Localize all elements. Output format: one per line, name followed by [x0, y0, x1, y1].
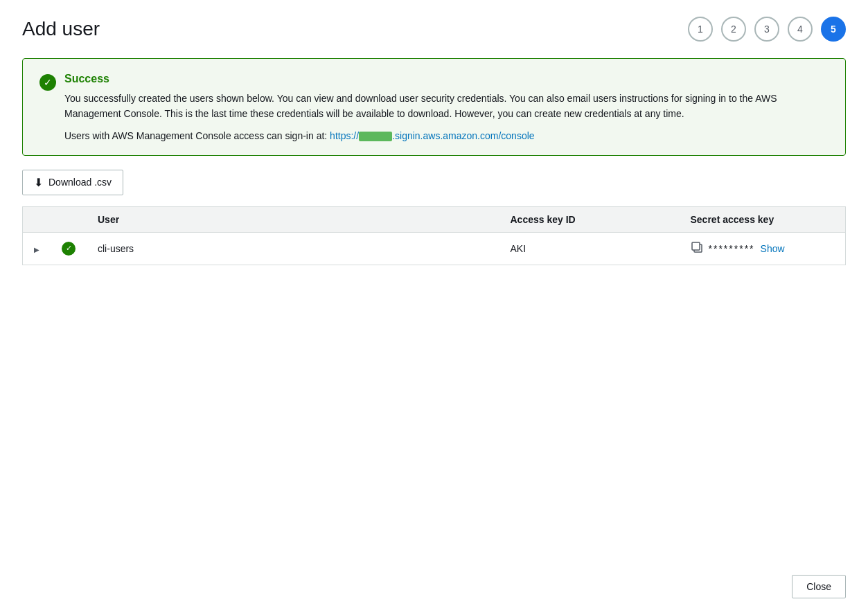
- header: Add user 1 2 3 4 5: [22, 17, 846, 42]
- col-header-secret-key: Secret access key: [680, 206, 846, 232]
- row-user-cell: cli-users: [87, 232, 499, 265]
- table-row: ▶ ✓ cli-users AKI: [23, 232, 846, 265]
- download-icon: ⬇: [34, 176, 43, 189]
- footer: Close: [792, 575, 846, 598]
- masked-account-id: [359, 132, 392, 141]
- success-body-text: You successfully created the users shown…: [64, 91, 829, 122]
- svg-rect-1: [692, 242, 700, 250]
- secret-key-wrapper: ********* Show: [691, 241, 835, 256]
- success-title: Success: [64, 73, 829, 85]
- row-access-key-id: AKI: [511, 243, 526, 254]
- col-header-toggle: [23, 206, 51, 232]
- col-header-status: [51, 206, 87, 232]
- col-header-access-key: Access key ID: [499, 206, 680, 232]
- page-title: Add user: [22, 18, 100, 40]
- table-header-row: User Access key ID Secret access key: [23, 206, 846, 232]
- row-secret-key-cell: ********* Show: [680, 232, 846, 265]
- row-status-cell: ✓: [51, 232, 87, 265]
- row-access-key-cell: AKI: [499, 232, 680, 265]
- signin-prefix: Users with AWS Management Console access…: [64, 130, 330, 141]
- step-4: 4: [788, 17, 813, 42]
- col-header-user: User: [87, 206, 499, 232]
- copy-secret-key-icon[interactable]: [691, 241, 703, 256]
- row-user-name: cli-users: [98, 243, 134, 254]
- expand-toggle-icon[interactable]: ▶: [34, 246, 39, 253]
- secret-key-masked: *********: [709, 243, 755, 254]
- step-5: 5: [821, 17, 846, 42]
- success-icon-container: ✓: [39, 74, 56, 141]
- step-3: 3: [754, 17, 779, 42]
- signin-url-link[interactable]: https:// .signin.aws.amazon.com/console: [330, 130, 534, 141]
- step-1: 1: [688, 17, 713, 42]
- steps-indicator: 1 2 3 4 5: [688, 17, 846, 42]
- success-check-icon: ✓: [39, 74, 56, 91]
- close-button[interactable]: Close: [792, 575, 846, 598]
- row-expand-cell: ▶: [23, 232, 51, 265]
- row-status-icon: ✓: [62, 242, 76, 256]
- show-secret-key-link[interactable]: Show: [761, 243, 785, 254]
- users-table: User Access key ID Secret access key ▶ ✓…: [22, 206, 846, 265]
- download-csv-label: Download .csv: [48, 177, 112, 188]
- success-content: Success You successfully created the use…: [64, 73, 829, 141]
- success-banner: ✓ Success You successfully created the u…: [22, 58, 846, 156]
- signin-url-line: Users with AWS Management Console access…: [64, 130, 829, 141]
- step-2: 2: [721, 17, 746, 42]
- download-csv-button[interactable]: ⬇ Download .csv: [22, 170, 123, 195]
